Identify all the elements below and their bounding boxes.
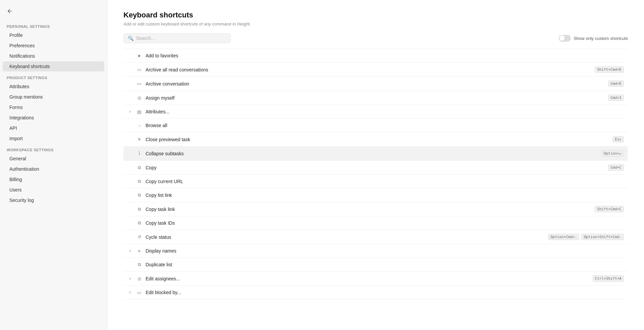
search-icon: 🔍	[128, 36, 133, 41]
shortcut-keys-copy-task-link: Shift+Cmd+C	[595, 206, 624, 212]
key-badge: Cmd+C	[608, 164, 624, 171]
sidebar-item-billing[interactable]: Billing	[3, 174, 104, 184]
key-badge: Ctrl+Shift+A	[593, 275, 624, 282]
shortcut-icon-display-names: ≡	[136, 248, 142, 254]
shortcut-row-edit-blocked-by[interactable]: ▭Edit blocked by...	[123, 286, 628, 299]
shortcut-row-duplicate-list[interactable]: ⧉Duplicate list	[123, 258, 628, 272]
main-content: Keyboard shortcuts Add or edit custom ke…	[107, 0, 644, 330]
shortcut-icon-archive-all-read: ▭	[136, 67, 142, 73]
shortcut-name-copy-current-url: Copy current URL	[146, 179, 624, 184]
shortcut-icon-duplicate-list: ⧉	[136, 262, 142, 268]
key-badge: Cmd+E	[608, 80, 624, 87]
shortcut-name-attributes: Attributes...	[146, 109, 624, 114]
shortcut-keys-archive-conversation: Cmd+E	[608, 80, 624, 87]
shortcut-row-close-previewed-task[interactable]: ✕Close previewed taskEsc	[123, 132, 628, 147]
shortcut-icon-archive-conversation: ▭	[136, 81, 142, 87]
shortcut-row-collapse-subtasks[interactable]: ⤵Collapse subtasksOption+↵	[123, 147, 628, 161]
sidebar-item-attributes[interactable]: Attributes	[3, 81, 104, 92]
key-badge: Option+Cmd+.	[548, 234, 579, 240]
shortcut-keys-copy: Cmd+C	[608, 164, 624, 171]
shortcut-name-assign-myself: Assign myself	[146, 95, 605, 101]
shortcut-icon-copy-current-url: ⧉	[136, 178, 142, 184]
shortcut-icon-copy: ⧉	[136, 165, 142, 171]
shortcut-icon-copy-list-link: ⧉	[136, 192, 142, 198]
search-row: 🔍 Show only custom shortcuts	[123, 33, 628, 43]
search-input[interactable]	[136, 36, 226, 41]
shortcut-icon-add-favorites: ★	[136, 53, 142, 59]
shortcut-icon-collapse-subtasks: ⤵	[136, 151, 142, 157]
shortcut-name-copy-task-link: Copy task link	[146, 207, 591, 212]
shortcut-row-copy-task-ids[interactable]: ⧉Copy task IDs	[123, 216, 628, 230]
sidebar-section-label: Workspace settings	[0, 144, 107, 153]
sidebar-item-import[interactable]: Import	[3, 133, 104, 144]
expand-icon-display-names[interactable]	[127, 248, 133, 254]
shortcut-name-copy-task-ids: Copy task IDs	[146, 220, 624, 226]
shortcut-icon-cycle-status: ↺	[136, 234, 142, 240]
shortcut-row-archive-conversation[interactable]: ▭Archive conversationCmd+E	[123, 77, 628, 91]
shortcut-row-assign-myself[interactable]: ◎Assign myselfCmd+I	[123, 91, 628, 105]
shortcut-row-copy-current-url[interactable]: ⧉Copy current URL	[123, 175, 628, 188]
shortcut-row-archive-all-read[interactable]: ▭Archive all read conversationsShift+Cmd…	[123, 63, 628, 77]
shortcut-name-collapse-subtasks: Collapse subtasks	[146, 151, 598, 156]
shortcut-keys-collapse-subtasks: Option+↵	[601, 150, 624, 157]
shortcut-keys-archive-all-read: Shift+Cmd+E	[595, 66, 624, 73]
sidebar-item-users[interactable]: Users	[3, 185, 104, 195]
shortcut-name-browse-all: Browse all	[146, 123, 624, 128]
shortcut-list: ★Add to favorites▭Archive all read conve…	[123, 49, 628, 299]
sidebar-item-security-log[interactable]: Security log	[3, 195, 104, 205]
key-badge: Option+↵	[601, 150, 624, 157]
sidebar-item-notifications[interactable]: Notifications	[3, 51, 104, 61]
page-title: Keyboard shortcuts	[123, 11, 628, 19]
key-badge: Shift+Cmd+C	[595, 206, 624, 212]
custom-shortcuts-toggle[interactable]	[559, 35, 571, 42]
expand-icon-edit-assignees[interactable]	[127, 276, 133, 281]
sidebar-section-label: Personal settings	[0, 20, 107, 30]
page-subtitle: Add or edit custom keyboard shortcuts of…	[123, 21, 628, 26]
shortcut-row-copy[interactable]: ⧉CopyCmd+C	[123, 161, 628, 175]
shortcut-row-add-favorites[interactable]: ★Add to favorites	[123, 49, 628, 63]
shortcut-name-edit-blocked-by: Edit blocked by...	[146, 290, 624, 295]
key-badge: Esc	[612, 136, 624, 143]
shortcut-name-cycle-status: Cycle status	[146, 234, 545, 240]
sidebar-item-preferences[interactable]: Preferences	[3, 41, 104, 51]
shortcut-icon-edit-blocked-by: ▭	[136, 289, 142, 295]
shortcut-keys-edit-assignees: Ctrl+Shift+A	[593, 275, 624, 282]
sidebar-item-authentication[interactable]: Authentication	[3, 164, 104, 174]
shortcut-icon-attributes: ▤	[136, 109, 142, 115]
shortcut-keys-cycle-status: Option+Cmd+.Option+Shift+Cmd.	[548, 234, 624, 240]
shortcut-row-edit-assignees[interactable]: ◎Edit assignees...Ctrl+Shift+A	[123, 272, 628, 286]
shortcut-row-copy-list-link[interactable]: ⧉Copy list link	[123, 188, 628, 202]
sidebar-item-integrations[interactable]: Integrations	[3, 113, 104, 123]
shortcut-keys-assign-myself: Cmd+I	[608, 95, 624, 101]
shortcut-row-display-names[interactable]: ≡Display names	[123, 244, 628, 258]
shortcut-name-archive-conversation: Archive conversation	[146, 81, 605, 87]
key-badge: Option+Shift+Cmd.	[581, 234, 624, 240]
shortcut-name-duplicate-list: Duplicate list	[146, 262, 624, 267]
sidebar-section-label: Product settings	[0, 72, 107, 81]
shortcut-name-add-favorites: Add to favorites	[146, 53, 624, 58]
shortcut-row-attributes[interactable]: ▤Attributes...	[123, 105, 628, 119]
sidebar-item-keyboard-shortcuts[interactable]: Keyboard shortcuts	[3, 61, 104, 71]
shortcut-icon-edit-assignees: ◎	[136, 276, 142, 282]
sidebar-item-forms[interactable]: Forms	[3, 102, 104, 112]
shortcut-name-close-previewed-task: Close previewed task	[146, 137, 609, 142]
key-badge: Shift+Cmd+E	[595, 66, 624, 73]
shortcut-row-copy-task-link[interactable]: ⧉Copy task linkShift+Cmd+C	[123, 202, 628, 216]
expand-icon-edit-blocked-by[interactable]	[127, 290, 133, 295]
shortcut-icon-browse-all: →	[136, 122, 142, 128]
sidebar-item-profile[interactable]: Profile	[3, 30, 104, 40]
toggle-label: Show only custom shortcuts	[574, 36, 628, 41]
shortcut-row-cycle-status[interactable]: ↺Cycle statusOption+Cmd+.Option+Shift+Cm…	[123, 230, 628, 244]
sidebar: Personal settingsProfilePreferencesNotif…	[0, 0, 107, 330]
sidebar-item-group-mentions[interactable]: Group mentions	[3, 92, 104, 102]
back-button[interactable]	[0, 5, 107, 20]
shortcut-name-copy: Copy	[146, 165, 605, 170]
sidebar-item-api[interactable]: API	[3, 123, 104, 133]
shortcut-row-browse-all[interactable]: →Browse all	[123, 119, 628, 132]
expand-icon-attributes[interactable]	[127, 109, 133, 114]
shortcut-name-archive-all-read: Archive all read conversations	[146, 67, 591, 72]
sidebar-item-general[interactable]: General	[3, 154, 104, 164]
key-badge: Cmd+I	[608, 95, 624, 101]
shortcut-icon-close-previewed-task: ✕	[136, 136, 142, 143]
search-box: 🔍	[123, 33, 231, 43]
